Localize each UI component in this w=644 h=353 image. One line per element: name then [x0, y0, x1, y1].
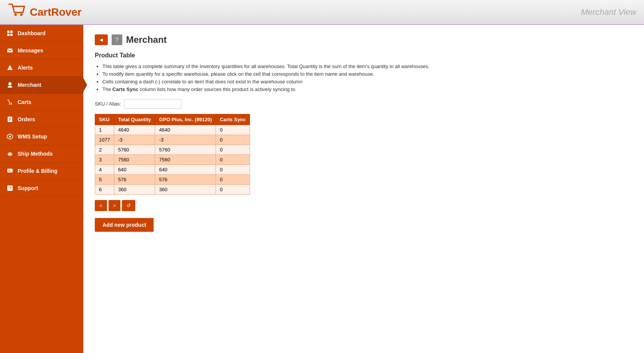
prev-button[interactable]: <	[95, 200, 107, 211]
sidebar-item-orders[interactable]: Orders	[0, 111, 83, 128]
svg-point-17	[9, 136, 11, 138]
dashboard-icon	[6, 29, 14, 37]
sku-label: SKU / Alias:	[95, 101, 121, 107]
refresh-button[interactable]: ↺	[122, 200, 135, 211]
sidebar-label-dashboard: Dashboard	[18, 30, 45, 36]
wms-icon	[6, 133, 14, 140]
cell-sku[interactable]: 3	[95, 155, 114, 165]
sidebar: Dashboard Messages ! Alerts Merchant Car…	[0, 25, 83, 353]
svg-text:?: ?	[9, 186, 11, 190]
messages-icon	[6, 47, 14, 54]
cell-sku[interactable]: 6	[95, 185, 114, 195]
sidebar-label-ship: Ship Methods	[18, 151, 53, 157]
table-header-row: SKU Total Quantity GPO Plus, Inc. (89120…	[95, 114, 250, 125]
svg-rect-19	[7, 169, 13, 172]
back-button[interactable]: ◄	[95, 34, 108, 45]
sidebar-label-carts: Carts	[18, 99, 31, 105]
svg-point-12	[11, 104, 12, 105]
cell-total_qty[interactable]: 5760	[114, 145, 155, 155]
logo-black-text: Cart	[30, 6, 51, 18]
svg-point-11	[9, 104, 10, 105]
cell-warehouse[interactable]: 4640	[155, 125, 216, 135]
sidebar-label-wms: WMS Setup	[18, 133, 47, 140]
cell-total_qty[interactable]: 4640	[114, 125, 155, 135]
cell-carts_sync[interactable]: 0	[216, 175, 250, 185]
cell-total_qty[interactable]: -3	[114, 135, 155, 145]
cell-sku[interactable]: 4	[95, 165, 114, 175]
cell-carts_sync[interactable]: 0	[216, 155, 250, 165]
pagination-controls: < > ↺	[95, 200, 633, 211]
sidebar-item-wms-setup[interactable]: WMS Setup	[0, 128, 83, 145]
table-row[interactable]: 1464046400	[95, 125, 250, 135]
main-content: ◄ ? Merchant Product Table This table gi…	[83, 25, 644, 353]
th-warehouse: GPO Plus, Inc. (89120)	[155, 114, 216, 125]
table-row[interactable]: 46406400	[95, 165, 250, 175]
sidebar-item-messages[interactable]: Messages	[0, 42, 83, 59]
cell-carts_sync[interactable]: 0	[216, 135, 250, 145]
cell-carts_sync[interactable]: 0	[216, 165, 250, 175]
orders-icon	[6, 115, 14, 123]
alerts-icon: !	[6, 64, 14, 72]
cell-sku[interactable]: 1077	[95, 135, 114, 145]
sidebar-item-carts[interactable]: Carts	[0, 94, 83, 111]
sidebar-item-merchant[interactable]: Merchant	[0, 76, 83, 94]
bullet-item-2: To modify item quantity for a specific w…	[102, 71, 633, 77]
logo-text: CartRover	[30, 6, 81, 18]
sidebar-label-alerts: Alerts	[18, 65, 33, 71]
profile-icon	[6, 167, 14, 175]
sidebar-item-dashboard[interactable]: Dashboard	[0, 25, 83, 42]
svg-point-10	[8, 82, 11, 85]
sidebar-label-support: Support	[18, 185, 38, 191]
svg-rect-3	[7, 31, 10, 33]
table-row[interactable]: 55765760	[95, 175, 250, 185]
sku-input[interactable]	[124, 99, 182, 109]
sidebar-item-alerts[interactable]: ! Alerts	[0, 59, 83, 76]
next-button[interactable]: >	[109, 200, 121, 211]
table-row[interactable]: 3756075600	[95, 155, 250, 165]
cell-carts_sync[interactable]: 0	[216, 125, 250, 135]
cell-warehouse[interactable]: 576	[155, 175, 216, 185]
merchant-view-label: Merchant View	[581, 7, 636, 17]
sidebar-label-merchant: Merchant	[18, 82, 41, 88]
svg-point-0	[15, 13, 17, 16]
table-row[interactable]: 63603600	[95, 185, 250, 195]
sidebar-item-ship-methods[interactable]: Ship Methods	[0, 145, 83, 163]
table-row[interactable]: 2576057600	[95, 145, 250, 155]
sidebar-label-orders: Orders	[18, 116, 35, 122]
sidebar-label-profile: Profile & Billing	[18, 168, 57, 174]
cell-warehouse[interactable]: 7560	[155, 155, 216, 165]
th-carts-sync: Carts Sync	[216, 114, 250, 125]
cell-warehouse[interactable]: 360	[155, 185, 216, 195]
th-sku: SKU	[95, 114, 114, 125]
page-header: ◄ ? Merchant	[95, 34, 633, 45]
svg-rect-6	[10, 34, 13, 36]
bullet-item-3: Cells containing a dash (-) correlate to…	[102, 79, 633, 85]
cell-warehouse[interactable]: 640	[155, 165, 216, 175]
cell-warehouse[interactable]: 5760	[155, 145, 216, 155]
merchant-icon	[6, 81, 14, 89]
sidebar-item-profile-billing[interactable]: Profile & Billing	[0, 163, 83, 180]
page-title: Merchant	[126, 34, 167, 45]
bullet-item-1: This table gives a complete summary of t…	[102, 63, 633, 69]
bullet-item-4: The Carts Sync column lists how many ord…	[102, 86, 633, 92]
cell-sku[interactable]: 2	[95, 145, 114, 155]
section-title: Product Table	[95, 52, 633, 59]
table-row[interactable]: 1077-3-30	[95, 135, 250, 145]
cell-total_qty[interactable]: 360	[114, 185, 155, 195]
cell-sku[interactable]: 1	[95, 125, 114, 135]
support-icon: ?	[6, 184, 14, 192]
cell-total_qty[interactable]: 576	[114, 175, 155, 185]
cell-total_qty[interactable]: 7560	[114, 155, 155, 165]
cell-warehouse[interactable]: -3	[155, 135, 216, 145]
cell-carts_sync[interactable]: 0	[216, 145, 250, 155]
help-button[interactable]: ?	[112, 34, 122, 45]
th-total-qty: Total Quantity	[114, 114, 155, 125]
cell-total_qty[interactable]: 640	[114, 165, 155, 175]
product-table: SKU Total Quantity GPO Plus, Inc. (89120…	[95, 114, 250, 195]
cell-sku[interactable]: 5	[95, 175, 114, 185]
cart-icon	[8, 3, 26, 21]
product-table-description: This table gives a complete summary of t…	[95, 63, 633, 92]
add-product-button[interactable]: Add new product	[95, 218, 154, 232]
cell-carts_sync[interactable]: 0	[216, 185, 250, 195]
sidebar-item-support[interactable]: ? Support	[0, 180, 83, 197]
